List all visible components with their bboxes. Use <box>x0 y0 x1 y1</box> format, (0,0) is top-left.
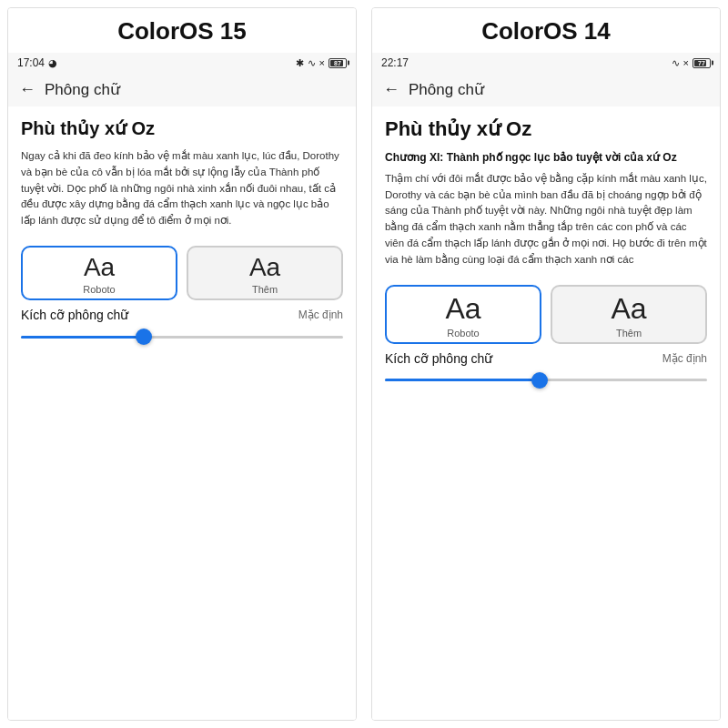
font-aa-roboto-1: Aa <box>84 253 115 282</box>
panel1-title: ColorOS 15 <box>8 8 356 53</box>
status-bar-left-2: 22:17 <box>381 56 409 69</box>
font-aa-more-1: Aa <box>249 253 280 282</box>
font-label-roboto-1: Roboto <box>83 284 115 295</box>
font-label-roboto-2: Roboto <box>447 328 479 339</box>
font-label-more-1: Thêm <box>252 284 278 295</box>
back-button-2[interactable]: ← <box>383 80 399 99</box>
story-subtitle-2: Chương XI: Thành phố ngọc lục bảo tuyệt … <box>385 150 707 166</box>
time-2: 22:17 <box>381 56 409 69</box>
battery-level-1: 87 <box>334 60 341 66</box>
font-option-more-1[interactable]: Aa Thêm <box>187 246 343 300</box>
header-title-2: Phông chữ <box>409 80 484 99</box>
slider-track-1 <box>21 336 343 339</box>
comparison-wrapper: ColorOS 15 17:04 ◕ ✱ ∿ × 87 <box>0 0 728 728</box>
panel-coloros15: ColorOS 15 17:04 ◕ ✱ ∿ × 87 <box>7 7 357 721</box>
x-icon-1: × <box>319 57 325 68</box>
messenger-icon: ◕ <box>48 57 57 69</box>
phone-screen-1: 17:04 ◕ ✱ ∿ × 87 ← Phông chữ <box>8 53 356 720</box>
font-option-roboto-2[interactable]: Aa Roboto <box>385 285 541 344</box>
font-size-default-2: Mặc định <box>662 352 707 365</box>
story-title-2: Phù thủy xứ Oz <box>385 117 707 141</box>
battery-level-2: 77 <box>698 60 705 66</box>
header-title-1: Phông chữ <box>45 80 120 99</box>
wifi-icon-2: ∿ <box>672 57 680 69</box>
time-1: 17:04 <box>17 56 45 69</box>
screen-header-1: ← Phông chữ <box>8 73 356 106</box>
status-bar-right-1: ✱ ∿ × 87 <box>296 57 347 69</box>
slider-fill-1 <box>21 336 144 339</box>
battery-icon-1: 87 <box>329 58 347 68</box>
battery-icon-2: 77 <box>693 58 711 68</box>
panel-coloros14: ColorOS 14 22:17 ∿ × 77 ← Phô <box>371 7 721 721</box>
wifi-icon-1: ∿ <box>308 57 316 69</box>
content-area-2: Phù thủy xứ Oz Chương XI: Thành phố ngọc… <box>372 106 720 720</box>
x-icon-2: × <box>683 57 689 68</box>
font-label-more-2: Thêm <box>616 328 642 339</box>
story-body-1: Ngay cả khi đã đeo kính bảo vệ mắt màu x… <box>21 148 343 229</box>
phone-screen-2: 22:17 ∿ × 77 ← Phông chữ Phù thủy xứ O <box>372 53 720 720</box>
status-bar-2: 22:17 ∿ × 77 <box>372 53 720 73</box>
font-selector-2: Aa Roboto Aa Thêm <box>385 285 707 344</box>
font-aa-more-2: Aa <box>611 292 646 326</box>
status-bar-right-2: ∿ × 77 <box>672 57 711 69</box>
font-size-label-2: Kích cỡ phông chữ <box>385 351 492 366</box>
status-bar-1: 17:04 ◕ ✱ ∿ × 87 <box>8 53 356 73</box>
slider-container-2[interactable] <box>385 371 707 389</box>
status-bar-left-1: 17:04 ◕ <box>17 56 57 69</box>
font-option-roboto-1[interactable]: Aa Roboto <box>21 246 177 300</box>
font-aa-roboto-2: Aa <box>445 292 480 326</box>
slider-fill-2 <box>385 379 540 381</box>
font-size-default-1: Mặc định <box>298 308 343 321</box>
panel2-title: ColorOS 14 <box>372 8 720 53</box>
font-option-more-2[interactable]: Aa Thêm <box>551 285 707 344</box>
story-body-2: Thậm chí với đôi mắt được bảo vệ bằng cặ… <box>385 171 707 268</box>
back-button-1[interactable]: ← <box>19 80 35 99</box>
slider-thumb-2[interactable] <box>531 372 548 389</box>
story-title-1: Phù thủy xứ Oz <box>21 117 343 139</box>
bluetooth-icon: ✱ <box>296 57 304 69</box>
slider-thumb-1[interactable] <box>136 329 152 345</box>
content-area-1: Phù thủy xứ Oz Ngay cả khi đã đeo kính b… <box>8 106 356 720</box>
screen-header-2: ← Phông chữ <box>372 73 720 106</box>
font-size-row-2: Kích cỡ phông chữ Mặc định <box>385 351 707 366</box>
font-selector-1: Aa Roboto Aa Thêm <box>21 246 343 300</box>
font-size-label-1: Kích cỡ phông chữ <box>21 308 128 322</box>
slider-container-1[interactable] <box>21 328 343 346</box>
font-size-row-1: Kích cỡ phông chữ Mặc định <box>21 308 343 322</box>
